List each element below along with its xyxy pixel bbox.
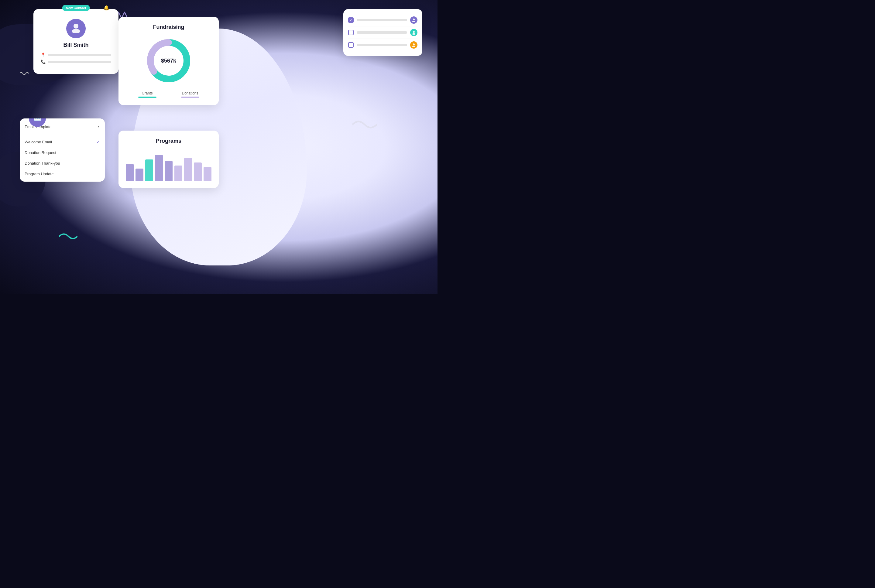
donations-bar <box>181 97 199 98</box>
item-label: Donation Thank-you <box>25 161 60 165</box>
item-label: Donation Request <box>25 150 56 155</box>
chevron-up-icon: ∧ <box>97 125 100 129</box>
tasks-card <box>343 9 422 56</box>
fundraising-title: Fundraising <box>126 24 212 30</box>
task-row <box>348 39 417 51</box>
svg-point-5 <box>413 18 415 20</box>
programs-title: Programs <box>126 138 212 144</box>
svg-point-10 <box>412 45 415 47</box>
squiggle-green-icon <box>59 232 78 241</box>
contact-card: New Contact 🔔 Bill Smith 📍 📞 <box>33 9 119 74</box>
bar <box>135 169 143 181</box>
bar <box>184 158 192 181</box>
contact-phone-row: 📞 <box>41 60 111 64</box>
contact-location-row: 📍 <box>41 52 111 57</box>
legend-donations: Donations <box>181 91 199 98</box>
svg-point-8 <box>412 33 415 34</box>
programs-bar-chart <box>126 150 212 181</box>
donations-label: Donations <box>181 91 199 95</box>
task-row <box>348 14 417 26</box>
bar <box>194 162 202 181</box>
envelope-icon: ✉️ <box>33 118 42 122</box>
task-avatar <box>410 41 417 49</box>
list-item[interactable]: Donation Request <box>20 147 105 158</box>
list-item[interactable]: Donation Thank-you <box>20 158 105 169</box>
svg-point-0 <box>74 24 78 28</box>
donut-chart: $567k <box>144 36 193 85</box>
list-item[interactable]: Welcome Email ✓ <box>20 136 105 147</box>
person-icon <box>71 22 81 35</box>
donut-amount: $567k <box>161 58 176 64</box>
programs-card: Programs <box>119 130 219 188</box>
bar <box>155 155 163 181</box>
bell-icon: 🔔 <box>103 5 110 10</box>
deco-glasses-icon <box>20 71 29 76</box>
contact-name: Bill Smith <box>41 42 111 48</box>
task-checkbox[interactable] <box>348 42 354 48</box>
svg-point-7 <box>413 31 415 33</box>
phone-bar <box>48 61 111 63</box>
task-checkbox[interactable] <box>348 30 354 35</box>
grants-bar <box>138 97 156 98</box>
task-checkbox[interactable] <box>348 17 354 23</box>
bar <box>174 165 182 181</box>
svg-point-1 <box>72 29 80 33</box>
squiggle-white-icon <box>353 118 377 130</box>
grants-label: Grants <box>138 91 156 95</box>
bar <box>126 164 134 181</box>
bar <box>165 161 173 181</box>
bar <box>204 167 212 181</box>
chart-legend: Grants Donations <box>126 91 212 98</box>
fundraising-card: Fundraising $567k Grants Donations <box>119 17 219 105</box>
svg-point-9 <box>413 44 415 45</box>
location-icon: 📍 <box>41 52 46 57</box>
new-contact-badge: New Contact <box>62 5 90 11</box>
email-template-card: ✉️ Email Template ∧ Welcome Email ✓ Dona… <box>20 118 105 182</box>
item-label: Welcome Email <box>25 140 52 144</box>
avatar <box>66 19 86 38</box>
legend-grants: Grants <box>138 91 156 98</box>
task-row <box>348 26 417 39</box>
task-label-bar <box>357 19 407 21</box>
task-label-bar <box>357 31 407 34</box>
template-list: Welcome Email ✓ Donation Request Donatio… <box>20 134 105 182</box>
task-avatar <box>410 29 417 36</box>
svg-point-6 <box>412 21 415 22</box>
list-item[interactable]: Program Update <box>20 169 105 179</box>
task-avatar <box>410 16 417 24</box>
item-label: Program Update <box>25 172 54 176</box>
location-bar <box>48 54 111 56</box>
task-label-bar <box>357 44 407 46</box>
phone-icon: 📞 <box>41 60 46 64</box>
bar <box>145 159 153 181</box>
check-icon: ✓ <box>97 140 100 144</box>
